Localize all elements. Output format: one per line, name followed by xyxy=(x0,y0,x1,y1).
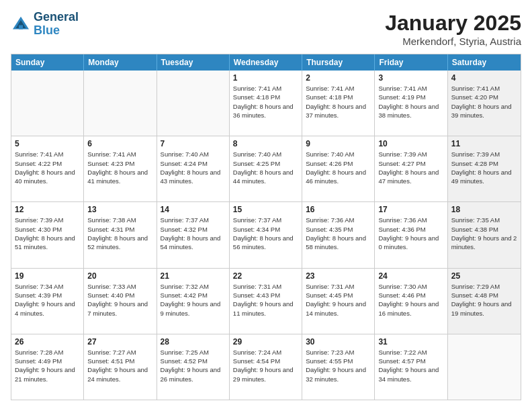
day-info: Sunrise: 7:39 AM Sunset: 4:28 PM Dayligh… xyxy=(451,150,517,185)
day-info: Sunrise: 7:41 AM Sunset: 4:18 PM Dayligh… xyxy=(306,84,371,120)
title-block: January 2025 Merkendorf, Styria, Austria xyxy=(385,11,521,47)
day-info: Sunrise: 7:40 AM Sunset: 4:26 PM Dayligh… xyxy=(306,150,371,185)
calendar-cell: 9Sunrise: 7:40 AM Sunset: 4:26 PM Daylig… xyxy=(302,136,375,201)
day-info: Sunrise: 7:25 AM Sunset: 4:52 PM Dayligh… xyxy=(161,348,226,383)
day-info: Sunrise: 7:27 AM Sunset: 4:51 PM Dayligh… xyxy=(87,348,152,383)
header-day-monday: Monday xyxy=(84,54,157,71)
day-number: 10 xyxy=(378,139,443,148)
day-number: 11 xyxy=(451,139,517,148)
calendar-cell: 31Sunrise: 7:22 AM Sunset: 4:57 PM Dayli… xyxy=(375,334,447,400)
calendar-cell: 14Sunrise: 7:37 AM Sunset: 4:32 PM Dayli… xyxy=(157,202,230,267)
day-info: Sunrise: 7:41 AM Sunset: 4:23 PM Dayligh… xyxy=(87,150,152,185)
header-day-saturday: Saturday xyxy=(448,54,521,71)
day-info: Sunrise: 7:41 AM Sunset: 4:18 PM Dayligh… xyxy=(233,84,298,120)
calendar-week-4: 19Sunrise: 7:34 AM Sunset: 4:39 PM Dayli… xyxy=(11,268,521,334)
header-day-wednesday: Wednesday xyxy=(230,54,302,71)
day-number: 1 xyxy=(233,73,298,83)
day-number: 30 xyxy=(306,337,371,347)
day-number: 4 xyxy=(451,73,517,83)
calendar-cell: 22Sunrise: 7:31 AM Sunset: 4:43 PM Dayli… xyxy=(230,269,302,334)
calendar-body: 1Sunrise: 7:41 AM Sunset: 4:18 PM Daylig… xyxy=(11,71,521,400)
calendar-cell: 20Sunrise: 7:33 AM Sunset: 4:40 PM Dayli… xyxy=(84,269,157,334)
header: General Blue January 2025 Merkendorf, St… xyxy=(11,11,521,47)
header-day-friday: Friday xyxy=(375,54,447,71)
day-number: 25 xyxy=(451,271,517,281)
logo-line1: General xyxy=(34,11,79,24)
header-day-sunday: Sunday xyxy=(11,54,84,71)
calendar-cell: 10Sunrise: 7:39 AM Sunset: 4:27 PM Dayli… xyxy=(375,136,447,201)
calendar-cell: 11Sunrise: 7:39 AM Sunset: 4:28 PM Dayli… xyxy=(448,136,521,201)
calendar-week-5: 26Sunrise: 7:28 AM Sunset: 4:49 PM Dayli… xyxy=(11,334,521,400)
calendar-cell: 3Sunrise: 7:41 AM Sunset: 4:19 PM Daylig… xyxy=(375,71,447,136)
calendar-week-1: 1Sunrise: 7:41 AM Sunset: 4:18 PM Daylig… xyxy=(11,71,521,136)
calendar-header-row: SundayMondayTuesdayWednesdayThursdayFrid… xyxy=(11,54,521,71)
calendar-cell: 30Sunrise: 7:23 AM Sunset: 4:55 PM Dayli… xyxy=(302,334,375,400)
day-info: Sunrise: 7:39 AM Sunset: 4:30 PM Dayligh… xyxy=(15,216,80,251)
header-day-thursday: Thursday xyxy=(302,54,375,71)
day-number: 21 xyxy=(161,271,226,281)
day-info: Sunrise: 7:24 AM Sunset: 4:54 PM Dayligh… xyxy=(233,348,298,383)
day-number: 7 xyxy=(161,139,226,148)
day-info: Sunrise: 7:40 AM Sunset: 4:25 PM Dayligh… xyxy=(233,150,298,185)
day-info: Sunrise: 7:41 AM Sunset: 4:19 PM Dayligh… xyxy=(378,84,443,120)
calendar-cell: 19Sunrise: 7:34 AM Sunset: 4:39 PM Dayli… xyxy=(11,269,84,334)
day-number: 15 xyxy=(233,205,298,214)
calendar-cell: 25Sunrise: 7:29 AM Sunset: 4:48 PM Dayli… xyxy=(448,269,521,334)
day-number: 18 xyxy=(451,205,517,214)
calendar-cell: 23Sunrise: 7:31 AM Sunset: 4:45 PM Dayli… xyxy=(302,269,375,334)
calendar-cell: 2Sunrise: 7:41 AM Sunset: 4:18 PM Daylig… xyxy=(302,71,375,136)
day-number: 28 xyxy=(161,337,226,347)
day-number: 17 xyxy=(378,205,443,214)
day-number: 5 xyxy=(15,139,80,148)
calendar-week-2: 5Sunrise: 7:41 AM Sunset: 4:22 PM Daylig… xyxy=(11,136,521,201)
day-number: 8 xyxy=(233,139,298,148)
calendar-cell: 24Sunrise: 7:30 AM Sunset: 4:46 PM Dayli… xyxy=(375,269,447,334)
header-day-tuesday: Tuesday xyxy=(157,54,230,71)
calendar-cell: 12Sunrise: 7:39 AM Sunset: 4:30 PM Dayli… xyxy=(11,202,84,267)
calendar-cell xyxy=(84,71,157,136)
logo-text: General Blue xyxy=(34,11,79,38)
day-info: Sunrise: 7:36 AM Sunset: 4:35 PM Dayligh… xyxy=(306,216,371,251)
calendar-cell: 5Sunrise: 7:41 AM Sunset: 4:22 PM Daylig… xyxy=(11,136,84,201)
calendar-cell: 18Sunrise: 7:35 AM Sunset: 4:38 PM Dayli… xyxy=(448,202,521,267)
day-number: 6 xyxy=(87,139,152,148)
calendar-cell: 6Sunrise: 7:41 AM Sunset: 4:23 PM Daylig… xyxy=(84,136,157,201)
day-info: Sunrise: 7:41 AM Sunset: 4:22 PM Dayligh… xyxy=(15,150,80,185)
svg-rect-2 xyxy=(19,25,23,29)
day-info: Sunrise: 7:41 AM Sunset: 4:20 PM Dayligh… xyxy=(451,84,517,120)
day-info: Sunrise: 7:40 AM Sunset: 4:24 PM Dayligh… xyxy=(161,150,226,185)
calendar-cell: 29Sunrise: 7:24 AM Sunset: 4:54 PM Dayli… xyxy=(230,334,302,400)
day-number: 31 xyxy=(378,337,443,347)
calendar-cell: 21Sunrise: 7:32 AM Sunset: 4:42 PM Dayli… xyxy=(157,269,230,334)
calendar-cell: 8Sunrise: 7:40 AM Sunset: 4:25 PM Daylig… xyxy=(230,136,302,201)
day-info: Sunrise: 7:31 AM Sunset: 4:45 PM Dayligh… xyxy=(306,282,371,318)
day-info: Sunrise: 7:38 AM Sunset: 4:31 PM Dayligh… xyxy=(87,216,152,251)
day-info: Sunrise: 7:37 AM Sunset: 4:34 PM Dayligh… xyxy=(233,216,298,251)
calendar-cell: 7Sunrise: 7:40 AM Sunset: 4:24 PM Daylig… xyxy=(157,136,230,201)
day-number: 14 xyxy=(161,205,226,214)
day-info: Sunrise: 7:35 AM Sunset: 4:38 PM Dayligh… xyxy=(451,216,517,251)
day-number: 9 xyxy=(306,139,371,148)
day-info: Sunrise: 7:31 AM Sunset: 4:43 PM Dayligh… xyxy=(233,282,298,318)
day-info: Sunrise: 7:39 AM Sunset: 4:27 PM Dayligh… xyxy=(378,150,443,185)
logo: General Blue xyxy=(11,11,79,38)
calendar-cell: 28Sunrise: 7:25 AM Sunset: 4:52 PM Dayli… xyxy=(157,334,230,400)
day-number: 20 xyxy=(87,271,152,281)
calendar-cell: 16Sunrise: 7:36 AM Sunset: 4:35 PM Dayli… xyxy=(302,202,375,267)
day-number: 24 xyxy=(378,271,443,281)
page: General Blue January 2025 Merkendorf, St… xyxy=(0,0,532,411)
day-info: Sunrise: 7:37 AM Sunset: 4:32 PM Dayligh… xyxy=(161,216,226,251)
day-info: Sunrise: 7:30 AM Sunset: 4:46 PM Dayligh… xyxy=(378,282,443,318)
calendar: SundayMondayTuesdayWednesdayThursdayFrid… xyxy=(11,54,521,400)
calendar-cell: 1Sunrise: 7:41 AM Sunset: 4:18 PM Daylig… xyxy=(230,71,302,136)
day-number: 19 xyxy=(15,271,80,281)
calendar-cell: 26Sunrise: 7:28 AM Sunset: 4:49 PM Dayli… xyxy=(11,334,84,400)
logo-icon xyxy=(11,14,31,34)
day-info: Sunrise: 7:34 AM Sunset: 4:39 PM Dayligh… xyxy=(15,282,80,318)
calendar-cell xyxy=(157,71,230,136)
day-info: Sunrise: 7:33 AM Sunset: 4:40 PM Dayligh… xyxy=(87,282,152,318)
calendar-cell: 27Sunrise: 7:27 AM Sunset: 4:51 PM Dayli… xyxy=(84,334,157,400)
calendar-subtitle: Merkendorf, Styria, Austria xyxy=(385,36,521,47)
day-info: Sunrise: 7:28 AM Sunset: 4:49 PM Dayligh… xyxy=(15,348,80,383)
day-info: Sunrise: 7:22 AM Sunset: 4:57 PM Dayligh… xyxy=(378,348,443,383)
